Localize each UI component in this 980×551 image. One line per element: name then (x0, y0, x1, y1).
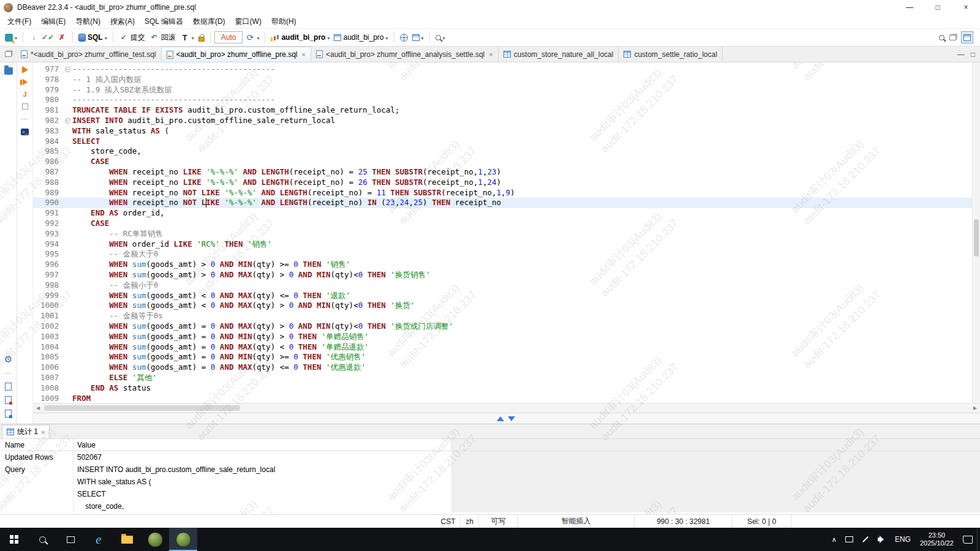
code-line[interactable]: 996 WHEN sum(goods_amt) > 0 AND MIN(qty)… (33, 260, 980, 270)
more-actions-icon[interactable]: ⋯ (21, 115, 29, 123)
code-line[interactable]: 991 END AS order_id, (33, 208, 980, 219)
status-item[interactable]: 可写 (479, 515, 518, 528)
execute-script-icon[interactable] (23, 79, 28, 85)
code-line[interactable]: 1008 END AS status (33, 383, 980, 394)
editor-tab[interactable]: <audit_bi_pro> zhumr_offline_analysis_se… (311, 47, 499, 62)
dbeaver-taskbar-button-active[interactable] (169, 528, 197, 551)
commit-button[interactable]: ✓提交 (117, 31, 147, 44)
internet-explorer-button[interactable]: e (85, 528, 113, 551)
document-output-icon[interactable] (5, 410, 12, 418)
scroll-right-icon[interactable] (970, 405, 980, 411)
more-views-icon[interactable]: ⋯ (4, 369, 12, 377)
dbeaver-perspective-button[interactable] (961, 31, 973, 43)
code-line[interactable]: 1003 WHEN sum(goods_amt) = 0 AND MIN(qty… (33, 332, 980, 342)
taskbar-search-button[interactable] (28, 528, 56, 551)
save-changes-button[interactable]: ✓✓ (41, 31, 55, 43)
code-line[interactable]: 995 -- 金额大于0 (33, 249, 980, 260)
start-button[interactable] (0, 528, 28, 551)
code-line[interactable]: 987 WHEN receipt_no LIKE '%-%-%' AND LEN… (33, 167, 980, 178)
discard-changes-button[interactable]: ✗ (55, 31, 69, 43)
file-explorer-button[interactable] (113, 528, 141, 551)
database-navigator-icon[interactable] (4, 67, 13, 75)
table-row[interactable]: Updated Rows502067 (0, 451, 980, 463)
minimize-button[interactable]: — (895, 0, 924, 15)
open-perspective-icon[interactable] (949, 35, 956, 40)
status-item[interactable]: 990 : 30 : 32981 (635, 515, 733, 528)
language-indicator[interactable]: ENG (891, 528, 915, 551)
connection-selector[interactable]: audit_bi_pro (269, 32, 331, 43)
close-button[interactable]: × (952, 0, 980, 15)
restore-panel-up-icon[interactable] (497, 416, 504, 421)
code-line[interactable]: 980-------------------------------------… (33, 95, 980, 105)
globe-button[interactable] (398, 32, 410, 43)
code-line[interactable]: 1005 WHEN sum(goods_amt) = 0 AND MIN(qty… (33, 352, 980, 362)
show-desktop-button[interactable] (977, 528, 980, 551)
table-row[interactable]: WITH sale_status AS ( (0, 476, 980, 488)
new-connection-button[interactable] (3, 32, 19, 43)
code-line[interactable]: 1009FROM (33, 394, 980, 403)
gear-icon[interactable]: ⚙ (4, 354, 12, 364)
code-line[interactable]: 998 -- 金额小于0 (33, 280, 980, 291)
menu-item[interactable]: 编辑(E) (36, 15, 70, 28)
action-center-button[interactable] (959, 528, 977, 551)
code-line[interactable]: 986 CASE (33, 157, 980, 167)
maximize-editor-icon[interactable]: □ (971, 50, 975, 59)
tray-expand-button[interactable]: ∧ (827, 528, 841, 551)
menu-item[interactable]: SQL 编辑器 (140, 15, 188, 28)
vertical-scrollbar[interactable] (972, 62, 980, 403)
status-item[interactable]: 智能插入 (518, 515, 635, 528)
minimize-editor-icon[interactable]: — (957, 50, 965, 59)
code-line[interactable]: 978-- 1 插入国内数据 (33, 75, 980, 85)
vertical-scrollbar-thumb[interactable] (974, 219, 979, 257)
code-line[interactable]: 982−INSERT INTO audit_bi_pro.custom_offl… (33, 116, 980, 126)
sql-script-type-button[interactable]: SQL (77, 32, 109, 43)
task-view-button[interactable] (56, 528, 85, 551)
taskbar-clock[interactable]: 23:50 2025/10/22 (915, 528, 959, 551)
horizontal-scrollbar-thumb[interactable] (44, 405, 240, 411)
code-line[interactable]: 1000 WHEN sum(goods_amt) < 0 AND MAX(qty… (33, 301, 980, 311)
search-toolbar-button[interactable] (434, 32, 447, 43)
refresh-schedule-button[interactable] (243, 31, 261, 43)
status-item[interactable]: Sel: 0 | 0 (733, 515, 791, 528)
code-line[interactable]: 1002 WHEN sum(goods_amt) = 0 AND MAX(qty… (33, 321, 980, 332)
code-line[interactable]: 993 -- RC单算销售 (33, 229, 980, 239)
document-error-icon[interactable] (5, 396, 12, 404)
code-line[interactable]: 997 WHEN sum(goods_amt) > 0 AND MAX(qty)… (33, 270, 980, 280)
code-line[interactable]: 981TRUNCATE TABLE IF EXISTS audit_bi_pro… (33, 105, 980, 116)
transaction-log-button[interactable]: T (178, 31, 196, 43)
console-icon[interactable]: >_ (21, 129, 29, 135)
editor-tab[interactable]: *<audit_bi_pro> zhumr_offline_test.sql (16, 47, 162, 62)
sync-button[interactable]: ↓ (27, 31, 40, 43)
code-line[interactable]: 984SELECT (33, 137, 980, 147)
table-row[interactable]: store_code, (0, 500, 980, 512)
commit-mode-select[interactable]: Auto (214, 31, 243, 43)
editor-tab[interactable]: custom_settle_ratio_local (619, 47, 722, 62)
menu-item[interactable]: 导航(N) (70, 15, 105, 28)
fold-marker-icon[interactable]: − (65, 118, 70, 124)
maximize-button[interactable]: □ (924, 0, 952, 15)
code-line[interactable]: 988 WHEN receipt_no LIKE '%-%-%' AND LEN… (33, 178, 980, 188)
collapse-panel-down-icon[interactable] (508, 416, 515, 421)
rollback-button[interactable]: ↶回滚 (148, 31, 178, 44)
menu-item[interactable]: 窗口(W) (230, 15, 266, 28)
code-line[interactable]: 1004 WHEN sum(goods_amt) = 0 AND MAX(qty… (33, 342, 980, 353)
code-line[interactable]: 977−------------------------------------… (33, 64, 980, 75)
quick-search-icon[interactable] (939, 35, 944, 40)
export-from-query-icon[interactable]: J (23, 91, 26, 98)
column-header-value[interactable]: Value (74, 439, 452, 451)
menu-item[interactable]: 帮助(H) (266, 15, 301, 28)
schema-selector[interactable]: audit_bi_pro (332, 32, 390, 43)
code-line[interactable]: 999 WHEN sum(goods_amt) < 0 AND MAX(qty)… (33, 291, 980, 301)
code-line[interactable]: 989 WHEN receipt_no NOT LIKE '%-%-%' AND… (33, 188, 980, 198)
editor-tab[interactable]: <audit_bi_pro> zhumr_offline_pre.sql× (162, 47, 311, 62)
menu-item[interactable]: 数据库(D) (188, 15, 230, 28)
document-icon[interactable] (5, 383, 12, 391)
status-item[interactable]: CST (436, 515, 461, 528)
tray-volume-button[interactable] (873, 528, 891, 551)
fold-marker-icon[interactable]: − (65, 67, 70, 72)
horizontal-scrollbar[interactable] (33, 403, 980, 413)
code-line[interactable]: 979-- 1.9 插入SBZ老系统数据 (33, 85, 980, 96)
menu-item[interactable]: 文件(F) (2, 15, 36, 28)
tab-close-icon[interactable]: × (489, 51, 492, 58)
column-header-name[interactable]: Name (0, 439, 74, 451)
